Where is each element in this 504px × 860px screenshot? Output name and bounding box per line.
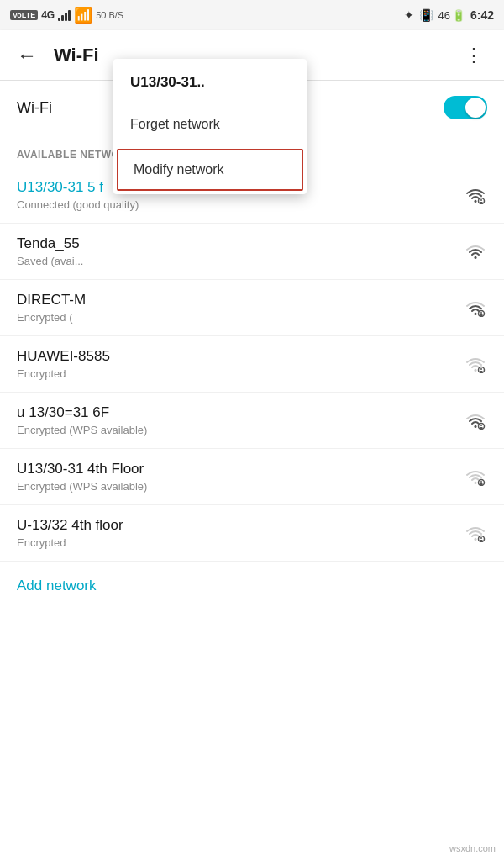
svg-rect-1 — [480, 202, 483, 204]
svg-point-16 — [475, 425, 477, 428]
network-item-6[interactable]: U-13/32 4th floor Encrypted — [0, 505, 504, 562]
wifi-icon-6 — [464, 524, 487, 542]
wifi-icon-1 — [464, 242, 487, 261]
forget-network-button[interactable]: Forget network — [113, 103, 307, 145]
svg-point-12 — [475, 369, 477, 372]
network-status-1: Saved (avai... — [17, 255, 464, 267]
wifi-icon-5 — [464, 467, 487, 486]
time-display: 6:42 — [470, 8, 494, 22]
wifi-signal-weak-locked-2 — [464, 467, 487, 486]
network-name-6: U-13/32 4th floor — [17, 517, 464, 534]
volte-badge: VoLTE — [10, 10, 38, 20]
svg-rect-6 — [480, 314, 483, 317]
battery-indicator: 46 🔋 — [438, 9, 465, 22]
network-item-5[interactable]: U13/30-31 4th Floor Encrypted (WPS avail… — [0, 449, 504, 505]
battery-level: 46 — [438, 9, 450, 22]
network-info-4: u 13/30=31 6F Encrypted (WPS available) — [17, 404, 464, 436]
bar3 — [65, 13, 67, 21]
bluetooth-icon: ✦ — [404, 8, 414, 22]
svg-point-24 — [475, 538, 477, 541]
bar4 — [68, 10, 71, 21]
network-info-3: HUAWEI-8585 Encrypted — [17, 348, 464, 380]
wifi-icon-3 — [464, 355, 487, 373]
context-menu-title: U13/30-31.. — [113, 59, 307, 103]
bar2 — [61, 15, 64, 21]
network-info-2: DIRECT-M Encrypted ( — [17, 292, 464, 324]
network-name-4: u 13/30=31 6F — [17, 404, 464, 421]
svg-rect-22 — [480, 540, 483, 542]
network-status-2: Encrypted ( — [17, 311, 464, 324]
network-status-4: Encrypted (WPS available) — [17, 424, 464, 436]
data-speed: 50 B/S — [96, 10, 123, 20]
network-item-1[interactable]: Tenda_55 Saved (avai... — [0, 224, 504, 280]
vibrate-icon: 📳 — [419, 8, 433, 22]
wifi-signal-weak-locked — [464, 355, 487, 373]
wifi-icon-4 — [464, 411, 487, 430]
wifi-status-icon: 📶 — [74, 6, 92, 24]
wifi-signal-medium — [464, 242, 487, 261]
battery-icon: 🔋 — [452, 9, 465, 22]
network-info-1: Tenda_55 Saved (avai... — [17, 235, 464, 267]
network-name-1: Tenda_55 — [17, 235, 464, 252]
more-options-button[interactable]: ⋮ — [458, 41, 491, 70]
status-bar: VoLTE 4G 📶 50 B/S ✦ 📳 46 🔋 6:42 — [0, 0, 504, 30]
svg-point-4 — [475, 256, 477, 259]
bar1 — [58, 18, 60, 21]
network-name-3: HUAWEI-8585 — [17, 348, 464, 365]
watermark: wsxdn.com — [449, 843, 496, 853]
network-item-2[interactable]: DIRECT-M Encrypted ( — [0, 280, 504, 336]
network-name-5: U13/30-31 4th Floor — [17, 461, 464, 477]
wifi-toggle[interactable] — [444, 96, 487, 119]
network-name-2: DIRECT-M — [17, 292, 464, 309]
svg-point-3 — [475, 200, 477, 203]
network-status-3: Encrypted — [17, 367, 464, 380]
svg-point-8 — [475, 313, 477, 315]
network-item-3[interactable]: HUAWEI-8585 Encrypted — [0, 336, 504, 393]
wifi-icon-2 — [464, 298, 487, 317]
network-status-5: Encrypted (WPS available) — [17, 480, 464, 493]
svg-point-20 — [475, 482, 477, 484]
back-button[interactable]: ← — [13, 40, 40, 71]
wifi-toggle-label: Wi-Fi — [17, 99, 52, 117]
network-info-6: U-13/32 4th floor Encrypted — [17, 517, 464, 549]
network-info-5: U13/30-31 4th Floor Encrypted (WPS avail… — [17, 461, 464, 493]
wifi-signal-medium-locked — [464, 298, 487, 317]
status-left: VoLTE 4G 📶 50 B/S — [10, 6, 123, 24]
wifi-signal-weak-locked-3 — [464, 524, 487, 542]
network-list: U13/30-31 5 f Connected (good quality) T… — [0, 167, 504, 609]
network-item-4[interactable]: u 13/30=31 6F Encrypted (WPS available) — [0, 393, 504, 449]
wifi-signal-strong-locked — [464, 186, 487, 204]
add-network-button[interactable]: Add network — [0, 562, 504, 609]
svg-rect-18 — [480, 483, 483, 486]
toggle-knob — [465, 98, 486, 118]
svg-rect-10 — [480, 371, 483, 373]
context-menu: U13/30-31.. Forget network Modify networ… — [113, 59, 307, 194]
wifi-signal-medium-locked-2 — [464, 411, 487, 430]
network-status-0: Connected (good quality) — [17, 198, 464, 211]
wifi-icon-0 — [464, 186, 487, 204]
signal-4g: 4G — [41, 9, 55, 21]
network-status-6: Encrypted — [17, 536, 464, 549]
status-right: ✦ 📳 46 🔋 6:42 — [404, 8, 495, 22]
svg-rect-14 — [480, 427, 483, 430]
modify-network-button[interactable]: Modify network — [117, 149, 303, 191]
signal-bars — [58, 9, 71, 21]
